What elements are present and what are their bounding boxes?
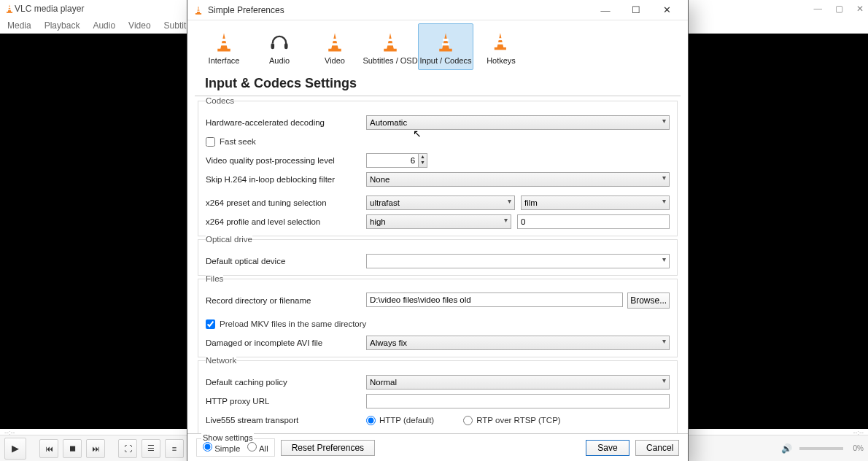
tab-label: Interface — [209, 56, 240, 65]
menu-media[interactable]: Media — [7, 20, 31, 31]
preferences-dialog: Simple Preferences — ☐ ✕ Interface Audio… — [187, 0, 689, 461]
browse-button[interactable]: Browse... — [627, 293, 670, 309]
tab-video[interactable]: Video — [307, 23, 363, 70]
time-elapsed: --:-- — [4, 429, 15, 433]
volume-icon[interactable]: 🔊 — [781, 443, 792, 454]
x264tune-select[interactable]: film — [521, 195, 670, 210]
playlist-button[interactable]: ≡ — [165, 439, 184, 458]
fullscreen-button[interactable]: ⛶ — [118, 439, 137, 458]
section-title: Codecs — [206, 96, 234, 105]
vq-spinner[interactable]: ▲▼ — [419, 153, 427, 168]
stop-button[interactable]: ◼ — [63, 439, 82, 458]
preload-mkv-checkbox[interactable] — [206, 319, 215, 329]
show-settings-group: Show settings Simple All — [196, 438, 275, 457]
vq-input[interactable] — [366, 153, 419, 168]
x264preset-label: x264 preset and tuning selection — [206, 198, 366, 207]
section-title: Optical drive — [206, 235, 252, 244]
volume-slider[interactable] — [799, 447, 843, 450]
tab-label: Audio — [269, 56, 290, 65]
caching-label: Default caching policy — [206, 378, 366, 387]
avi-select[interactable]: Always fix — [366, 336, 670, 350]
tab-label: Hotkeys — [487, 56, 516, 65]
record-dir-label: Record directory or filename — [206, 296, 366, 305]
live555-label: Live555 stream transport — [206, 416, 366, 425]
live555-http-radio[interactable] — [366, 416, 376, 425]
x264profile-select[interactable]: high — [366, 214, 511, 229]
next-button[interactable]: ⏭ — [86, 439, 105, 458]
main-minimize-icon[interactable]: — — [814, 4, 823, 14]
save-button[interactable]: Save — [586, 440, 629, 456]
show-all-label: All — [259, 444, 268, 453]
fast-seek-checkbox[interactable] — [206, 137, 215, 147]
vq-label: Video quality post-processing level — [206, 156, 366, 165]
tab-hotkeys[interactable]: Hotkeys — [473, 23, 529, 70]
menu-playback[interactable]: Playback — [44, 20, 80, 31]
show-settings-title: Show settings — [201, 433, 254, 442]
show-all-radio[interactable] — [247, 442, 257, 452]
app-title: VLC media player — [15, 4, 84, 14]
tab-label: Video — [325, 56, 345, 65]
dialog-minimize-icon[interactable]: — — [590, 1, 621, 20]
section-title: Files — [206, 274, 223, 283]
main-close-icon[interactable]: ✕ — [856, 4, 864, 14]
live555-rtp-label: RTP over RTSP (TCP) — [476, 416, 560, 425]
fast-seek-label: Fast seek — [220, 137, 256, 146]
show-simple-radio[interactable] — [203, 442, 212, 452]
tab-label: Subtitles / OSD — [363, 56, 417, 65]
volume-percent: 0% — [853, 444, 864, 452]
menu-video[interactable]: Video — [128, 20, 150, 31]
section-files: Files Record directory or filename Brows… — [198, 279, 678, 357]
x264profile-label: x264 profile and level selection — [206, 217, 366, 226]
section-optical: Optical drive Default optical device — [198, 239, 678, 276]
section-title: Network — [206, 356, 236, 365]
x264preset-select[interactable]: ultrafast — [366, 195, 515, 210]
tab-audio[interactable]: Audio — [252, 23, 307, 70]
section-network: Network Default caching policy Normal HT… — [198, 360, 678, 433]
hw-decode-select[interactable]: Automatic — [366, 115, 670, 130]
dialog-title: Simple Preferences — [208, 5, 284, 15]
live555-http-label: HTTP (default) — [379, 416, 434, 425]
reset-preferences-button[interactable]: Reset Preferences — [281, 440, 375, 456]
ext-settings-button[interactable]: ☰ — [142, 439, 160, 458]
caching-select[interactable]: Normal — [366, 375, 670, 390]
prev-button[interactable]: ⏮ — [39, 439, 58, 458]
section-codecs: Codecs Hardware-accelerated decoding Aut… — [198, 101, 678, 236]
avi-label: Damaged or incomplete AVI file — [206, 338, 366, 347]
page-heading: Input & Codecs Settings — [195, 70, 681, 96]
hw-decode-label: Hardware-accelerated decoding — [206, 118, 366, 127]
tab-input-codecs[interactable]: Input / Codecs — [418, 23, 473, 70]
optical-device-select[interactable] — [366, 254, 670, 268]
dialog-maximize-icon[interactable]: ☐ — [621, 1, 651, 20]
tab-label: Input / Codecs — [420, 56, 472, 65]
live555-rtp-radio[interactable] — [463, 416, 473, 425]
menu-audio[interactable]: Audio — [93, 20, 115, 31]
skip264-label: Skip H.264 in-loop deblocking filter — [206, 175, 366, 184]
tab-interface[interactable]: Interface — [196, 23, 252, 70]
main-maximize-icon[interactable]: ▢ — [835, 4, 843, 14]
dialog-close-icon[interactable]: ✕ — [651, 1, 682, 20]
optical-device-label: Default optical device — [206, 257, 366, 266]
tab-subtitles[interactable]: Subtitles / OSD — [363, 23, 418, 70]
proxy-input[interactable] — [366, 394, 670, 408]
cancel-button[interactable]: Cancel — [635, 440, 679, 456]
proxy-label: HTTP proxy URL — [206, 397, 366, 406]
preload-mkv-label: Preload MKV files in the same directory — [220, 319, 366, 328]
x264level-input[interactable] — [517, 214, 670, 229]
play-button[interactable]: ▶ — [4, 438, 26, 460]
skip264-select[interactable]: None — [366, 172, 670, 187]
show-simple-label: Simple — [214, 444, 240, 453]
time-total: --:-- — [853, 429, 864, 433]
record-dir-input[interactable] — [366, 293, 623, 307]
